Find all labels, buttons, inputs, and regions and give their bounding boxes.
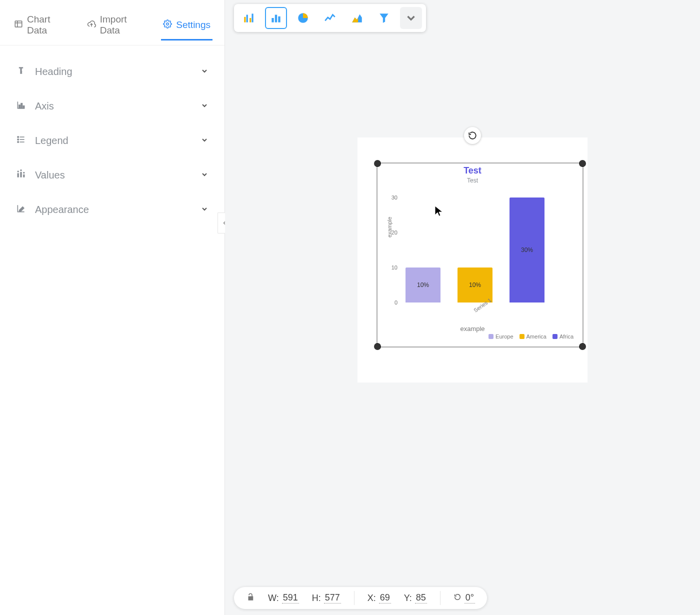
svg-rect-17 [250, 18, 251, 22]
svg-rect-19 [272, 18, 274, 22]
x-value: 69 [379, 592, 391, 604]
rotation-value: 0° [464, 592, 475, 604]
chart-type-line[interactable] [319, 7, 341, 29]
resize-handle-tl[interactable] [374, 160, 381, 167]
x-axis-label: example [460, 325, 484, 332]
canvas-area[interactable]: Test Test example 10%10%30%Series 1 exam… [225, 0, 700, 615]
svg-rect-20 [275, 15, 277, 22]
section-axis[interactable]: Axis [9, 89, 216, 124]
legend-label: America [526, 334, 546, 340]
legend-label: Europe [496, 334, 513, 340]
heading-text-icon: t [16, 66, 26, 78]
legend-item-africa: Africa [552, 334, 574, 340]
appearance-pen-icon [16, 204, 26, 216]
sidebar-tabs: Chart Data Import Data Settings [0, 0, 224, 46]
svg-point-6 [18, 136, 19, 138]
legend-list-icon [16, 134, 26, 147]
svg-rect-12 [20, 172, 22, 178]
y-tick: 0 [394, 300, 398, 306]
settings-sections: t Heading Axis [0, 46, 224, 236]
chevron-down-icon [200, 170, 208, 180]
settings-sidebar: Chart Data Import Data Settings t [0, 0, 225, 615]
rotate-handle[interactable] [464, 127, 481, 144]
chevron-down-icon [200, 205, 208, 215]
section-heading[interactable]: t Heading [9, 54, 216, 89]
chevron-down-icon [200, 67, 208, 77]
svg-point-8 [18, 142, 19, 143]
chevron-down-icon [200, 102, 208, 112]
svg-rect-4 [21, 104, 22, 108]
y-readout[interactable]: Y: 85 [404, 592, 427, 604]
section-values[interactable]: Values [9, 158, 216, 192]
legend-item-europe: Europe [488, 334, 513, 340]
chart-type-area[interactable] [346, 7, 368, 29]
resize-handle-br[interactable] [579, 343, 586, 350]
height-readout[interactable]: H: 577 [312, 592, 341, 604]
chart-type-pie[interactable] [292, 7, 314, 29]
rotation-readout[interactable]: 0° [454, 592, 475, 604]
legend-swatch [552, 334, 558, 339]
svg-point-9 [18, 170, 19, 172]
x-label: X: [368, 593, 376, 604]
tab-settings[interactable]: Settings [161, 14, 212, 40]
width-readout[interactable]: W: 591 [268, 592, 299, 604]
width-value: 591 [282, 592, 299, 604]
chart-plot-area: 10%10%30%Series 1 [396, 198, 576, 302]
section-label: Legend [35, 135, 68, 146]
svg-rect-15 [244, 17, 246, 22]
svg-rect-16 [246, 15, 248, 22]
tab-label: Import Data [100, 14, 146, 36]
tab-label: Chart Data [27, 14, 69, 36]
chevron-down-icon [200, 136, 208, 146]
chart-type-bar[interactable] [265, 7, 287, 29]
section-label: Heading [35, 66, 72, 78]
svg-point-11 [20, 170, 22, 171]
chart-type-toolbar [234, 4, 426, 32]
chart-type-more-dropdown[interactable] [400, 7, 422, 29]
tab-chart-data[interactable]: Chart Data [12, 8, 71, 45]
status-bar: W: 591 H: 577 X: 69 Y: 85 0° [234, 587, 487, 609]
svg-point-13 [23, 172, 24, 174]
svg-rect-3 [19, 105, 20, 108]
bar-africa: 30% [510, 198, 544, 302]
section-appearance[interactable]: Appearance [9, 192, 216, 227]
chart-object[interactable]: Test Test example 10%10%30%Series 1 exam… [358, 138, 588, 382]
svg-point-1 [166, 22, 169, 25]
y-label: Y: [404, 593, 412, 604]
section-label: Values [35, 170, 65, 181]
legend-swatch [488, 334, 494, 339]
chart-type-funnel[interactable] [373, 7, 395, 29]
rotate-icon [454, 593, 462, 604]
axis-bar-icon [16, 100, 26, 112]
width-label: W: [268, 593, 279, 604]
y-tick: 30 [392, 194, 398, 200]
tab-label: Settings [176, 20, 210, 30]
divider [354, 591, 354, 605]
height-label: H: [312, 593, 321, 604]
section-legend[interactable]: Legend [9, 124, 216, 158]
divider [440, 591, 440, 605]
lock-icon[interactable] [246, 592, 255, 604]
svg-rect-18 [252, 14, 253, 22]
resize-handle-bl[interactable] [374, 343, 381, 350]
legend-swatch [520, 334, 524, 339]
resize-handle-tr[interactable] [579, 160, 586, 167]
tab-import-data[interactable]: Import Data [85, 8, 148, 45]
y-tick: 20 [392, 230, 398, 236]
bar-europe: 10% [406, 268, 440, 302]
chart-legend: EuropeAmericaAfrica [488, 334, 574, 340]
y-tick: 10 [392, 264, 398, 270]
bar-america: 10% [458, 268, 492, 302]
chart-type-grouped-bar[interactable] [238, 7, 260, 29]
svg-rect-10 [18, 173, 19, 177]
section-label: Appearance [35, 204, 89, 216]
height-value: 577 [324, 592, 341, 604]
x-readout[interactable]: X: 69 [368, 592, 391, 604]
svg-point-7 [18, 139, 19, 140]
svg-rect-5 [23, 106, 24, 108]
table-icon [14, 20, 23, 31]
values-bars-icon [16, 169, 26, 182]
gear-icon [163, 20, 172, 31]
svg-text:t: t [22, 70, 23, 74]
svg-rect-0 [15, 21, 22, 27]
